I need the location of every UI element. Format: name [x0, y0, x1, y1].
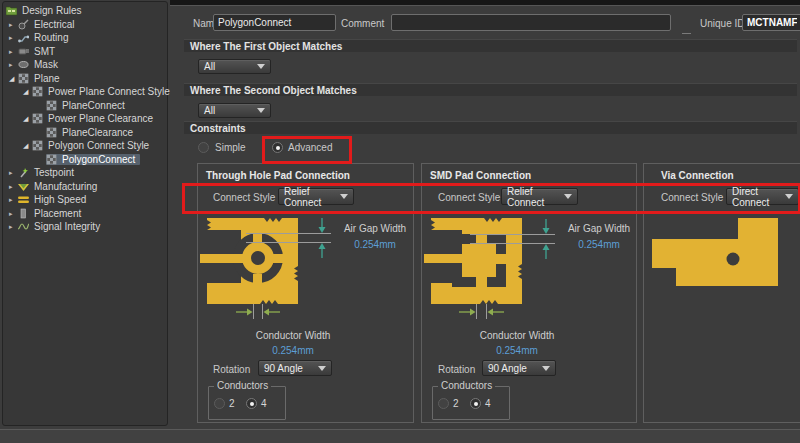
pcb-rules-dialog: Design Rules ▸ Electrical ▸ Routing ▸ SM…: [0, 0, 800, 443]
conductors-2-label[interactable]: 2: [229, 398, 235, 409]
signal-integrity-icon: [18, 221, 29, 232]
conductors-2-radio[interactable]: [214, 398, 225, 409]
smd-pad-panel: SMD Pad Connection Connect Style Relief …: [421, 163, 637, 423]
conductors-4-radio[interactable]: [470, 398, 481, 409]
via-panel: Via Connection Connect Style Direct Conn…: [643, 163, 800, 423]
tree-item-placement[interactable]: ▸ Placement: [3, 207, 167, 221]
expand-arrow-icon[interactable]: ▸: [9, 196, 18, 203]
panel-title: SMD Pad Connection: [430, 170, 531, 181]
simple-radio-label[interactable]: Simple: [215, 142, 246, 153]
tree-item-electrical[interactable]: ▸ Electrical: [3, 18, 167, 32]
collapse-arrow-icon[interactable]: ◢: [23, 115, 32, 122]
unique-id-label: Unique ID: [700, 18, 744, 29]
connect-style-value: Relief Connect: [279, 186, 340, 208]
tree-item-manufacturing[interactable]: ▸ Manufacturing: [3, 180, 167, 194]
expand-arrow-icon[interactable]: ▸: [9, 183, 18, 190]
tree-item-mask[interactable]: ▸ Mask: [3, 58, 167, 72]
unique-id-input[interactable]: [742, 14, 800, 31]
expand-arrow-icon[interactable]: ▸: [9, 21, 18, 28]
manufacturing-icon: [18, 181, 29, 192]
electrical-icon: [18, 19, 29, 30]
air-gap-value: 0.254mm: [336, 239, 414, 250]
tree-item-plane[interactable]: ◢ Plane: [3, 72, 167, 86]
rotation-select[interactable]: 90 Angle: [258, 360, 332, 376]
tree-item-high-speed[interactable]: ▸ High Speed: [3, 193, 167, 207]
collapse-arrow-icon[interactable]: ◢: [23, 88, 32, 95]
tree-item-label: Signal Integrity: [32, 221, 102, 232]
tree-item-planeclearance[interactable]: PlaneClearance: [3, 126, 167, 140]
rule-category-icon: [32, 140, 43, 151]
first-match-select[interactable]: All: [198, 59, 271, 74]
conductors-label: Conductors: [438, 380, 495, 391]
name-input[interactable]: [213, 14, 336, 31]
conductors-4-radio[interactable]: [246, 398, 257, 409]
tree-item-label: PlaneConnect: [60, 100, 127, 111]
comment-input[interactable]: [391, 14, 671, 31]
tree-item-polygon-connect-style[interactable]: ◢ Polygon Connect Style: [3, 139, 167, 153]
tree-item-label: Manufacturing: [32, 181, 99, 192]
tree-item-label: SMT: [32, 46, 57, 57]
tree-item-smt[interactable]: ▸ SMT: [3, 45, 167, 59]
tree-item-label: High Speed: [32, 194, 88, 205]
conductors-4-label[interactable]: 4: [485, 398, 491, 409]
collapse-arrow-icon[interactable]: ◢: [9, 75, 18, 82]
connect-style-value: Direct Connect: [727, 186, 785, 208]
rotation-label: Rotation: [438, 364, 475, 375]
tree-item-label: PlaneClearance: [60, 127, 135, 138]
second-match-select[interactable]: All: [198, 103, 271, 118]
conductors-label: Conductors: [214, 380, 271, 391]
expand-arrow-icon[interactable]: ▸: [9, 223, 18, 230]
tree-item-design-rules[interactable]: Design Rules: [3, 4, 167, 18]
tree-item-label: Power Plane Connect Style: [46, 86, 172, 97]
tree-item-label: Routing: [32, 32, 70, 43]
simple-radio[interactable]: [198, 142, 209, 153]
tree-item-testpoint[interactable]: ▸ Testpoint: [3, 166, 167, 180]
conductors-4-label[interactable]: 4: [261, 398, 267, 409]
tree-item-polygonconnect-selected[interactable]: PolygonConnect: [3, 153, 167, 167]
rule-icon: [46, 154, 57, 165]
constraints-header: Constraints: [184, 121, 797, 134]
rule-category-icon: [32, 86, 43, 97]
expand-arrow-icon[interactable]: ▸: [9, 210, 18, 217]
air-gap-arrows: [543, 219, 550, 259]
connect-style-label: Connect Style: [213, 192, 275, 203]
mask-icon: [18, 59, 29, 70]
rule-icon: [46, 127, 57, 138]
advanced-radio-label[interactable]: Advanced: [288, 142, 332, 153]
tree-item-planeconnect[interactable]: PlaneConnect: [3, 99, 167, 113]
rule-icon: [46, 100, 57, 111]
conductor-width-value: 0.254mm: [203, 345, 383, 356]
tree-item-label: Electrical: [32, 19, 77, 30]
chevron-down-icon: [257, 64, 265, 69]
chevron-down-icon: [257, 108, 265, 113]
rotation-label: Rotation: [213, 364, 250, 375]
expand-arrow-icon[interactable]: ▸: [9, 61, 18, 68]
tree-item-label: Power Plane Clearance: [46, 113, 155, 124]
through-hole-connect-style-select[interactable]: Relief Connect: [278, 188, 354, 205]
chevron-down-icon: [785, 194, 793, 199]
rotation-value: 90 Angle: [259, 363, 318, 374]
tree-item-label: Placement: [32, 208, 83, 219]
expand-arrow-icon[interactable]: ▸: [9, 169, 18, 176]
rotation-select[interactable]: 90 Angle: [482, 360, 556, 376]
tree-item-signal-integrity[interactable]: ▸ Signal Integrity: [3, 220, 167, 234]
via-connect-style-select[interactable]: Direct Connect: [726, 188, 799, 205]
expand-arrow-icon[interactable]: ▸: [9, 34, 18, 41]
tree-item-power-plane-connect-style[interactable]: ◢ Power Plane Connect Style: [3, 85, 167, 99]
conductors-2-label[interactable]: 2: [453, 398, 459, 409]
rule-category-icon: [32, 113, 43, 124]
chevron-down-icon: [318, 366, 326, 371]
tree-item-power-plane-clearance[interactable]: ◢ Power Plane Clearance: [3, 112, 167, 126]
connect-style-label: Connect Style: [438, 192, 500, 203]
design-rules-folder-icon: [6, 5, 17, 16]
tree-item-routing[interactable]: ▸ Routing: [3, 31, 167, 45]
conductors-2-radio[interactable]: [438, 398, 449, 409]
smd-connect-style-select[interactable]: Relief Connect: [501, 188, 578, 205]
testpoint-icon: [18, 167, 29, 178]
expand-arrow-icon[interactable]: ▸: [9, 48, 18, 55]
advanced-radio[interactable]: [272, 142, 283, 153]
first-match-header: Where The First Object Matches: [184, 39, 797, 52]
through-hole-panel: Through Hole Pad Connection Connect Styl…: [197, 163, 414, 423]
second-match-header: Where The Second Object Matches: [184, 83, 797, 96]
collapse-arrow-icon[interactable]: ◢: [23, 142, 32, 149]
